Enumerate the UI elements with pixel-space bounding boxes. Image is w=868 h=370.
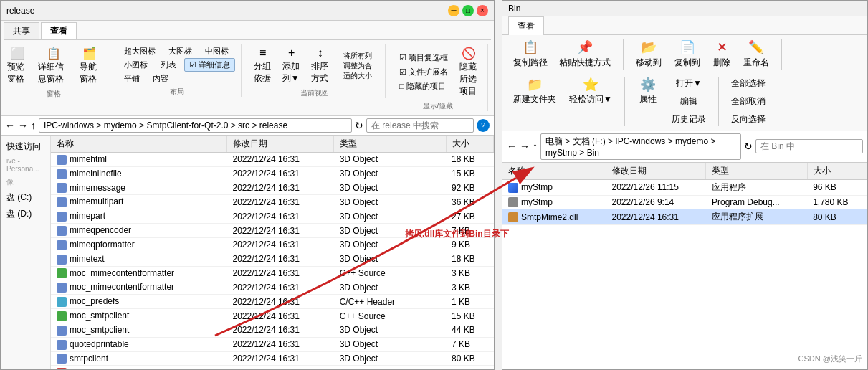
right-forward-button[interactable]: → [520,141,530,152]
file-name[interactable]: moc_mimecontentformatter [51,266,227,280]
btn-group-by[interactable]: ≡ 分组依据 [250,44,276,87]
right-col-date[interactable]: 修改日期 [606,163,706,180]
btn-open[interactable]: 打开▼ [667,75,711,92]
btn-details-pane[interactable]: 📋 详细信息窗格 [34,44,73,87]
btn-copy-path[interactable]: 📋 复制路径 [508,38,553,71]
btn-fit-columns[interactable]: 将所有列调整为合适的大小 [336,49,379,82]
btn-select-all[interactable]: 全部选择 [726,75,771,92]
btn-delete[interactable]: ✕ 删除 [708,38,735,71]
col-type[interactable]: 类型 [334,136,446,153]
left-minimize-button[interactable]: ─ [448,5,459,16]
refresh-button[interactable]: ↻ [355,120,363,131]
sidebar-item-personal[interactable]: ive - Persona... [4,155,47,175]
table-row[interactable]: moc_smtpclient 2022/12/24 16:31 3D Objec… [51,323,494,337]
btn-item-checkboxes[interactable]: ☑ 项目复选框 [394,51,453,65]
file-name[interactable]: mimeinlinefile [51,166,227,181]
left-close-button[interactable]: × [477,5,488,16]
btn-small-icon[interactable]: 小图标 [119,58,153,72]
file-name[interactable]: mimemessage [51,181,227,195]
col-date[interactable]: 修改日期 [227,136,334,153]
left-maximize-button[interactable]: □ [462,5,474,16]
btn-nav-pane[interactable]: 🗂️ 导航窗格 [76,44,104,87]
right-up-button[interactable]: ↑ [533,141,538,152]
right-search-input[interactable] [755,139,863,153]
right-breadcrumb[interactable]: 电脑 > 文档 (F:) > IPC-windows > mydemo > my… [540,133,741,160]
sidebar-item-d[interactable]: 盘 (D:) [4,206,47,222]
right-col-name[interactable]: 名称 [502,163,606,180]
tab-share[interactable]: 共享 [4,22,39,39]
btn-hidden-items[interactable]: □ 隐藏的项目 [394,80,453,93]
file-name[interactable]: SmtpMime_resource [51,366,227,369]
col-name[interactable]: 名称 [51,136,227,153]
btn-extra-large-icon[interactable]: 超大图标 [119,44,161,58]
btn-large-icon[interactable]: 大图标 [163,44,197,58]
table-row[interactable]: mimeinlinefile 2022/12/24 16:31 3D Objec… [51,166,494,181]
btn-move-to[interactable]: 📂 移动到 [631,38,667,71]
help-button[interactable]: ? [477,119,490,132]
btn-select-none[interactable]: 全部取消 [726,93,771,110]
file-name[interactable]: SmtpMime2.dll [502,209,606,225]
btn-properties[interactable]: ⚙️ 属性 [632,75,664,128]
file-name[interactable]: myStmp [502,195,606,209]
sidebar-item-quick-access[interactable]: 快速访问 [4,138,47,155]
btn-tile[interactable]: 平铺 [119,72,145,85]
file-name[interactable]: mimemultipart [51,195,227,209]
file-name[interactable]: mimeqpencoder [51,224,227,238]
file-name[interactable]: myStmp [502,179,606,195]
btn-easy-access[interactable]: ⭐ 轻松访问▼ [564,75,617,108]
table-row[interactable]: myStmp 2022/12/26 11:15 应用程序 96 KB [502,179,867,195]
table-row[interactable]: moc_mimecontentformatter 2022/12/24 16:3… [51,280,494,295]
btn-history[interactable]: 历史记录 [667,111,711,128]
file-name[interactable]: mimetext [51,252,227,266]
btn-copy-to[interactable]: 📄 复制到 [669,38,705,71]
table-row[interactable]: moc_smtpclient 2022/12/24 16:31 C++ Sour… [51,309,494,323]
btn-edit[interactable]: 编辑 [667,93,711,110]
file-name[interactable]: mimepart [51,209,227,224]
table-row[interactable]: mimehtml 2022/12/24 16:31 3D Object 18 K… [51,153,494,167]
btn-list[interactable]: 列表 [156,58,181,72]
table-row[interactable]: moc_mimecontentformatter 2022/12/24 16:3… [51,266,494,280]
btn-file-extensions[interactable]: ☑ 文件扩展名 [394,65,453,79]
file-name[interactable]: quotedprintable [51,337,227,351]
right-tab-view[interactable]: 查看 [508,16,544,35]
btn-content[interactable]: 内容 [148,72,173,85]
right-back-button[interactable]: ← [507,141,517,152]
up-button[interactable]: ↑ [31,120,36,131]
table-row[interactable]: mimepart 2022/12/24 16:31 3D Object 27 K… [51,209,494,224]
btn-new-folder[interactable]: 📁 新建文件夹 [508,75,561,108]
sidebar-item-c[interactable]: 盘 (C:) [4,189,47,206]
btn-medium-icon[interactable]: 中图标 [200,44,234,58]
table-row[interactable]: SmtpMime_resource 2022/12/24 16:31 Compi… [51,366,494,369]
table-row[interactable]: SmtpMime2.dll 2022/12/24 16:31 应用程序扩展 80… [502,209,867,225]
table-row[interactable]: mimetext 2022/12/24 16:31 3D Object 18 K… [51,252,494,266]
table-row[interactable]: quotedprintable 2022/12/24 16:31 3D Obje… [51,337,494,351]
btn-rename[interactable]: ✏️ 重命名 [738,38,774,71]
btn-paste-shortcut[interactable]: 📌 粘贴快捷方式 [554,38,616,71]
file-name[interactable]: moc_mimecontentformatter [51,280,227,295]
sidebar-item-image[interactable]: 像 [4,175,47,189]
left-breadcrumb[interactable]: IPC-windows > mydemo > SmtpClient-for-Qt… [39,118,352,133]
table-row[interactable]: smtpclient 2022/12/24 16:31 3D Object 80… [51,351,494,366]
file-name[interactable]: moc_smtpclient [51,309,227,323]
back-button[interactable]: ← [5,120,15,131]
table-row[interactable]: mimeqpencoder 2022/12/24 16:31 3D Object… [51,224,494,238]
right-col-type[interactable]: 类型 [706,163,807,180]
table-row[interactable]: moc_predefs 2022/12/24 16:31 C/C++ Heade… [51,295,494,309]
table-row[interactable]: mimeqpformatter 2022/12/24 16:31 3D Obje… [51,237,494,252]
file-name[interactable]: mimehtml [51,153,227,167]
right-refresh-button[interactable]: ↻ [744,141,753,152]
table-row[interactable]: mimemessage 2022/12/24 16:31 3D Object 9… [51,181,494,195]
right-col-size[interactable]: 大小 [807,163,867,180]
col-size[interactable]: 大小 [446,136,493,153]
left-search-input[interactable] [366,118,474,133]
file-name[interactable]: smtpclient [51,351,227,366]
btn-sort[interactable]: ↕ 排序方式 [307,44,333,87]
btn-preview-pane[interactable]: ⬜ 预览窗格 [4,44,32,87]
table-row[interactable]: myStmp 2022/12/26 9:14 Program Debug... … [502,195,867,209]
btn-details[interactable]: ☑ 详细信息 [184,58,235,72]
forward-button[interactable]: → [18,120,28,131]
file-name[interactable]: moc_smtpclient [51,323,227,337]
file-name[interactable]: moc_predefs [51,295,227,309]
btn-invert[interactable]: 反向选择 [726,111,771,128]
table-row[interactable]: mimemultipart 2022/12/24 16:31 3D Object… [51,195,494,209]
